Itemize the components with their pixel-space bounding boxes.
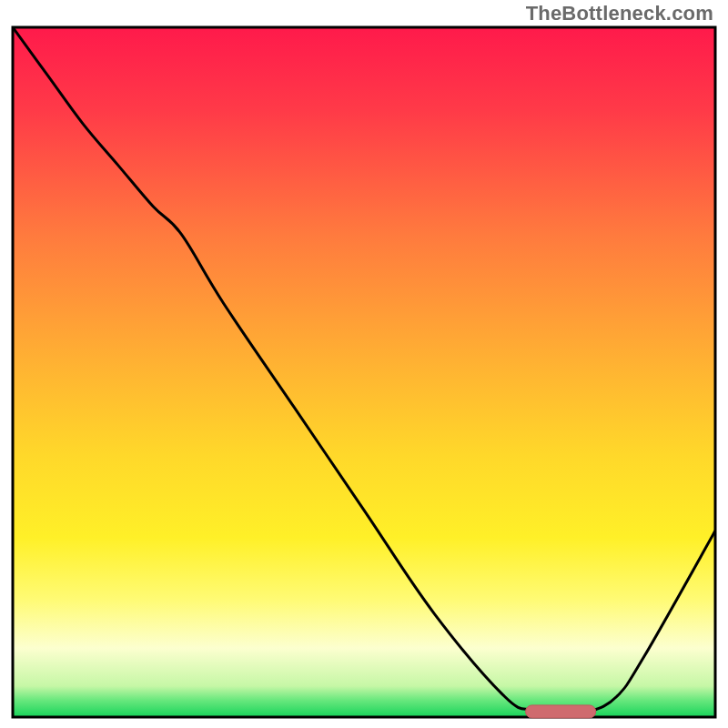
bottleneck-chart	[0, 0, 728, 728]
chart-container: TheBottleneck.com	[0, 0, 728, 728]
chart-background	[13, 27, 715, 717]
optimum-marker	[526, 705, 596, 718]
